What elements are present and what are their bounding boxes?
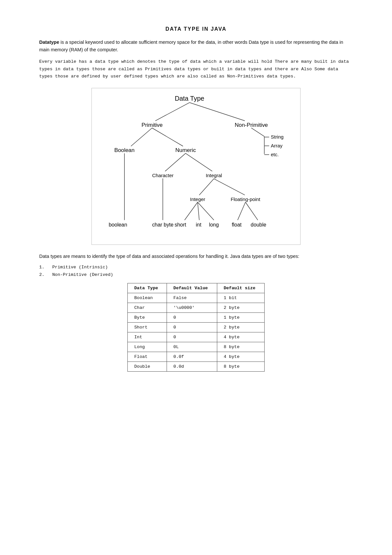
table-cell-4-0: Int (128, 332, 167, 342)
table-cell-7-0: Double (128, 362, 167, 372)
table-cell-3-2: 2 byte (217, 323, 264, 332)
paragraph-1-rest: is a special keyword used to allocate su… (39, 40, 343, 52)
svg-line-14 (131, 128, 152, 146)
table-cell-1-0: Char (128, 303, 167, 313)
table-row: Long0L8 byte (128, 342, 265, 352)
svg-line-18 (165, 153, 186, 171)
svg-line-37 (245, 202, 258, 220)
svg-text:Integer: Integer (190, 196, 205, 202)
svg-text:Numeric: Numeric (175, 147, 196, 153)
table-cell-4-1: 0 (167, 332, 217, 342)
svg-text:Floating-point: Floating-point (231, 196, 260, 202)
table-row: Float0.0f4 byte (128, 352, 265, 362)
tree-svg: Data Type Primitive Non-Primitive String… (92, 88, 300, 244)
svg-text:Primitive: Primitive (141, 122, 163, 128)
paragraph-1-bold: Datatype (39, 40, 59, 45)
list-item-1-text: Primitive (Intrinsic) (52, 265, 108, 270)
table-cell-1-1: '\u0000' (167, 303, 217, 313)
svg-line-19 (186, 153, 212, 171)
svg-line-5 (251, 128, 264, 137)
list: 1. Primitive (Intrinsic) 2. Non-Primitiv… (39, 265, 353, 277)
table-row: Int04 byte (128, 332, 265, 342)
svg-text:float: float (232, 222, 242, 227)
table-row: Byte01 byte (128, 313, 265, 323)
list-item-2-num: 2. (39, 272, 47, 277)
paragraph-1: Datatype is a special keyword used to al… (39, 39, 353, 54)
table-cell-1-2: 2 byte (217, 303, 264, 313)
svg-line-22 (199, 179, 214, 195)
svg-text:double: double (251, 222, 266, 227)
svg-line-15 (152, 128, 183, 146)
table-cell-7-1: 0.0d (167, 362, 217, 372)
col-header-default-size: Default size (217, 283, 264, 293)
table-cell-5-1: 0L (167, 342, 217, 352)
svg-line-23 (214, 179, 245, 195)
table-cell-0-0: Boolean (128, 293, 167, 303)
page-title: DATA TYPE IN JAVA (39, 26, 353, 32)
data-type-tree-diagram: Data Type Primitive Non-Primitive String… (91, 88, 301, 245)
svg-text:String: String (271, 134, 284, 140)
svg-line-1 (155, 103, 190, 121)
table-cell-3-1: 0 (167, 323, 217, 332)
svg-text:Data Type: Data Type (175, 95, 204, 102)
svg-text:Character: Character (152, 173, 174, 178)
svg-text:Integral: Integral (206, 173, 222, 178)
table-row: Short02 byte (128, 323, 265, 332)
col-header-datatype: Data Type (128, 283, 167, 293)
table-cell-2-2: 1 byte (217, 313, 264, 323)
paragraph-3: Data types are means to identify the typ… (39, 253, 353, 260)
svg-line-2 (189, 103, 245, 121)
svg-text:Non-Primitive: Non-Primitive (235, 122, 268, 128)
col-header-default-value: Default Value (167, 283, 217, 293)
table-cell-4-2: 4 byte (217, 332, 264, 342)
table-row: Double0.0d8 byte (128, 362, 265, 372)
table-cell-6-2: 4 byte (217, 352, 264, 362)
svg-text:int: int (196, 222, 202, 227)
svg-line-36 (237, 202, 245, 220)
table-cell-3-0: Short (128, 323, 167, 332)
svg-line-32 (198, 202, 214, 220)
table-cell-6-0: Float (128, 352, 167, 362)
svg-line-30 (185, 202, 198, 220)
paragraph-2: Every variable has a data type which den… (39, 58, 353, 80)
table-cell-2-1: 0 (167, 313, 217, 323)
svg-line-31 (198, 202, 199, 220)
data-type-table: Data Type Default Value Default size Boo… (127, 283, 265, 372)
list-item-1-num: 1. (39, 265, 47, 270)
table-cell-2-0: Byte (128, 313, 167, 323)
table-cell-6-1: 0.0f (167, 352, 217, 362)
table-cell-7-2: 8 byte (217, 362, 264, 372)
table-cell-0-1: False (167, 293, 217, 303)
table-row: BooleanFalse1 bit (128, 293, 265, 303)
svg-text:short: short (174, 222, 186, 227)
svg-text:char byte: char byte (152, 222, 174, 227)
table-wrapper: Data Type Default Value Default size Boo… (39, 283, 353, 372)
table-cell-5-0: Long (128, 342, 167, 352)
table-cell-5-2: 8 byte (217, 342, 264, 352)
svg-text:Array: Array (271, 143, 283, 148)
table-row: Char'\u0000'2 byte (128, 303, 265, 313)
list-item-1: 1. Primitive (Intrinsic) (39, 265, 353, 270)
svg-text:Boolean: Boolean (114, 147, 135, 153)
svg-text:etc.: etc. (271, 152, 279, 157)
svg-text:boolean: boolean (109, 222, 127, 227)
table-cell-0-2: 1 bit (217, 293, 264, 303)
svg-text:long: long (209, 222, 219, 227)
list-item-2: 2. Non-Primitive (Derived) (39, 272, 353, 277)
list-item-2-text: Non-Primitive (Derived) (52, 272, 113, 277)
table-header-row: Data Type Default Value Default size (128, 283, 265, 293)
